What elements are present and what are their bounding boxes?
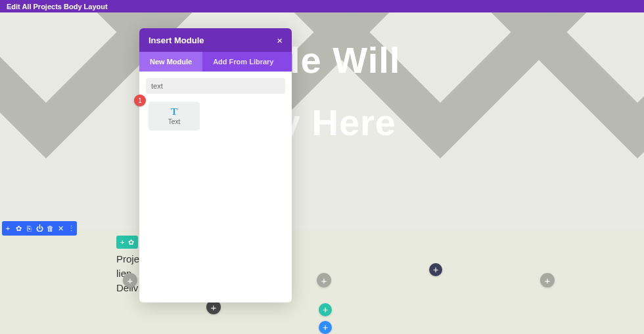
add-module-button-2[interactable]: + bbox=[429, 263, 442, 276]
module-grid: T Text bbox=[146, 102, 285, 131]
close-icon[interactable]: ✕ bbox=[57, 224, 64, 233]
plus-icon[interactable]: + bbox=[120, 238, 124, 246]
app-topbar: Edit All Projects Body Layout bbox=[0, 0, 644, 12]
add-column-button-3[interactable]: + bbox=[540, 273, 555, 287]
hero-title-bottom: lay Here bbox=[0, 101, 644, 144]
text-icon: T bbox=[171, 107, 177, 117]
tab-add-from-library[interactable]: Add From Library bbox=[202, 52, 284, 72]
hero-section: Title Will lay Here bbox=[0, 12, 644, 229]
more-icon[interactable]: ⋮ bbox=[68, 224, 74, 233]
modal-tabs: New Module Add From Library bbox=[139, 52, 292, 72]
plus-icon[interactable]: + bbox=[5, 224, 11, 233]
gear-icon[interactable]: ✿ bbox=[128, 238, 134, 247]
section-toolbar[interactable]: + ✿ ⎘ ⏻ 🗑 ✕ ⋮ bbox=[2, 221, 77, 236]
module-label: Text bbox=[168, 118, 180, 125]
module-search-input[interactable] bbox=[146, 78, 285, 94]
modal-title: Insert Module bbox=[149, 35, 204, 45]
power-icon[interactable]: ⏻ bbox=[36, 224, 43, 233]
add-section-button[interactable]: + bbox=[319, 321, 332, 334]
modal-body: T Text bbox=[139, 72, 292, 303]
content-section: + ✿ ⎘ ⏻ 🗑 ✕ ⋮ + ✿ Proje lien Deliv + + +… bbox=[0, 229, 644, 334]
project-line-1: Proje bbox=[116, 252, 139, 266]
row-toolbar[interactable]: + ✿ bbox=[116, 236, 138, 249]
add-row-button[interactable]: + bbox=[319, 303, 332, 316]
annotation-badge-1: 1 bbox=[134, 94, 146, 106]
clone-icon[interactable]: ⎘ bbox=[26, 224, 32, 233]
app-title: Edit All Projects Body Layout bbox=[7, 3, 108, 10]
tab-new-module[interactable]: New Module bbox=[139, 52, 202, 72]
hero-title-top: Title Will bbox=[0, 39, 644, 81]
add-column-button[interactable]: + bbox=[123, 273, 137, 287]
add-column-button-2[interactable]: + bbox=[317, 273, 331, 287]
trash-icon[interactable]: 🗑 bbox=[47, 224, 53, 233]
modal-header: Insert Module × bbox=[139, 28, 292, 52]
insert-module-modal: Insert Module × New Module Add From Libr… bbox=[139, 28, 292, 303]
gear-icon[interactable]: ✿ bbox=[15, 224, 22, 233]
module-text[interactable]: T Text bbox=[149, 102, 200, 131]
close-icon[interactable]: × bbox=[277, 35, 283, 46]
